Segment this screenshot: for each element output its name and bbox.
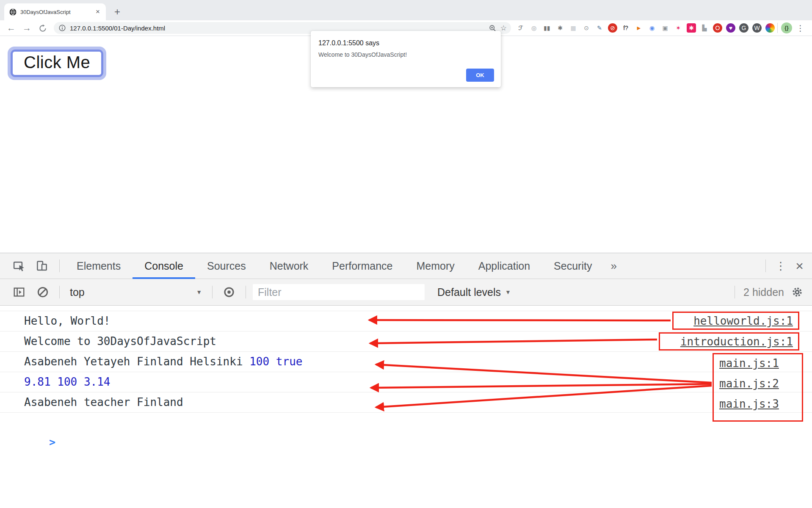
source-link[interactable]: main.js:3 [714,395,802,415]
live-expression-eye-icon[interactable] [223,286,235,298]
annotation-box-main: main.js:1 main.js:2 main.js:3 [713,353,803,422]
target-icon[interactable]: ◎ [529,23,539,33]
filter-input[interactable] [253,284,425,300]
tab-close-icon[interactable]: × [94,8,102,16]
bookmark-star-icon[interactable]: ☆ [500,24,507,33]
page-viewport: Click Me 127.0.0.1:5500 says Welcome to … [0,36,812,253]
camera-icon[interactable]: ▣ [660,23,670,33]
o-app-icon[interactable]: O [713,23,722,33]
clear-console-icon[interactable] [36,286,49,298]
settings-square-icon[interactable]: ✱ [687,23,696,33]
source-link[interactable]: helloworld.js:1 [693,315,793,327]
profile-avatar[interactable]: {} [781,22,792,33]
log-levels-dropdown[interactable]: Default levels ▼ [437,286,511,298]
eyedropper-icon[interactable]: ✎ [595,23,604,33]
heart-search-icon[interactable]: ♥ [726,23,735,33]
tabbar-right-separator [765,260,766,272]
chevron-down-icon: ▼ [196,289,202,295]
zoom-page-icon[interactable] [489,25,496,32]
console-sidebar-icon[interactable] [13,286,25,298]
console-message: Asabeneh teacher Finland [0,392,812,412]
g-circle-icon[interactable]: G [739,23,748,33]
prompt-chevron-icon: > [49,436,55,448]
console-toolbar-separator3 [246,286,246,298]
console-text: Asabeneh Yetayeh Finland Helsinki [24,355,249,368]
pedestal-icon[interactable]: ▙ [700,23,709,33]
parens-icon[interactable]: ⊙ [582,23,591,33]
source-link[interactable]: introduction.js:1 [680,335,793,348]
console-toolbar-separator2 [212,286,213,298]
console-value-text: 9.81 100 3.14 [24,375,110,388]
source-link[interactable]: main.js:1 [714,354,802,375]
chrome-menu-icon[interactable]: ⋮ [796,23,804,33]
page-info-icon[interactable] [59,25,66,31]
annotation-box-introduction: introduction.js:1 [659,332,799,351]
alert-dialog: 127.0.0.1:5500 says Welcome to 30DaysOfJ… [311,31,501,87]
console-value-text: true [276,355,303,368]
click-me-button[interactable]: Click Me [13,52,101,75]
rainbow-circle-icon[interactable] [765,23,775,33]
grid-icon[interactable]: ▦ [569,23,578,33]
new-tab-button[interactable]: + [111,3,124,20]
toolbar-separator [777,23,778,33]
star-six-icon[interactable]: ✶ [674,23,683,33]
columns-icon[interactable]: ▮▮ [542,23,552,33]
chevron-down-icon: ▼ [505,289,511,295]
w-circle-icon[interactable]: W [752,23,762,33]
console-message: Asabeneh Yetayeh Finland Helsinki 100 tr… [0,351,812,372]
console-toolbar-separator [59,286,60,298]
script-f-icon[interactable]: ℱ [516,23,525,33]
tab-memory[interactable]: Memory [404,253,466,279]
tab-network[interactable]: Network [258,253,320,279]
browser-tab-strip: 30DaysOfJavaScript × + [0,0,812,20]
context-label: top [70,286,85,298]
tab-console[interactable]: Console [133,253,195,279]
console-toolbar: top ▼ Default levels ▼ 2 hidden [0,279,812,306]
console-toolbar-separator4 [735,286,735,298]
alert-title: 127.0.0.1:5500 says [318,39,379,47]
tab-elements[interactable]: Elements [65,253,133,279]
extensions-row: ℱ◎▮▮✱▦⊙✎⊘f?►◉▣✶✱▙O♥GW [516,23,775,33]
tab-application[interactable]: Application [467,253,542,279]
megaphone-icon[interactable]: ► [634,23,644,33]
url-text[interactable]: 127.0.0.1:5500/01-Day/index.html [70,25,485,32]
execution-context-dropdown[interactable]: top ▼ [70,286,202,298]
console-prompt[interactable]: > [0,412,812,433]
devtools-tabs: ElementsConsoleSourcesNetworkPerformance… [65,253,604,279]
tab-performance[interactable]: Performance [320,253,404,279]
f-question-icon[interactable]: f? [621,23,630,33]
devtools-close-icon[interactable]: × [795,258,804,274]
tabbar-separator [59,260,60,272]
clickme-focus-ring: Click Me [8,47,106,80]
console-value-text: 100 [249,355,269,368]
ring-icon[interactable]: ◉ [647,23,657,33]
console-output: Hello, World!Welcome to 30DaysOfJavaScri… [0,306,812,507]
console-text: Hello, World! [24,315,110,327]
more-tabs-icon[interactable]: » [610,260,616,273]
annotation-box-helloworld: helloworld.js:1 [672,312,799,330]
console-text [269,355,276,368]
forward-icon[interactable]: → [19,23,35,33]
device-toolbar-icon[interactable] [36,260,48,272]
browser-tab[interactable]: 30DaysOfJavaScript × [4,3,106,20]
console-text: Asabeneh teacher Finland [24,396,183,409]
globe-favicon [9,8,17,16]
devtools-panel: ElementsConsoleSourcesNetworkPerformance… [0,253,812,508]
inspect-element-icon[interactable] [13,260,25,272]
console-settings-gear-icon[interactable] [791,286,804,298]
console-text: Welcome to 30DaysOfJavaScript [24,335,216,348]
source-link[interactable]: main.js:2 [714,375,802,395]
alert-ok-button[interactable]: OK [466,69,494,82]
levels-label: Default levels [437,286,501,298]
back-icon[interactable]: ← [3,23,19,33]
reload-icon[interactable] [35,23,50,33]
stop-icon[interactable]: ⊘ [608,23,617,33]
tab-security[interactable]: Security [542,253,604,279]
tab-title: 30DaysOfJavaScript [20,9,94,15]
hidden-messages-count: 2 hidden [743,286,784,298]
devtools-tab-bar: ElementsConsoleSourcesNetworkPerformance… [0,253,812,279]
tab-sources[interactable]: Sources [195,253,258,279]
alert-message: Welcome to 30DaysOfJavaScript! [318,51,407,58]
devtools-menu-icon[interactable]: ⋮ [775,260,786,273]
bug-icon[interactable]: ✱ [555,23,565,33]
